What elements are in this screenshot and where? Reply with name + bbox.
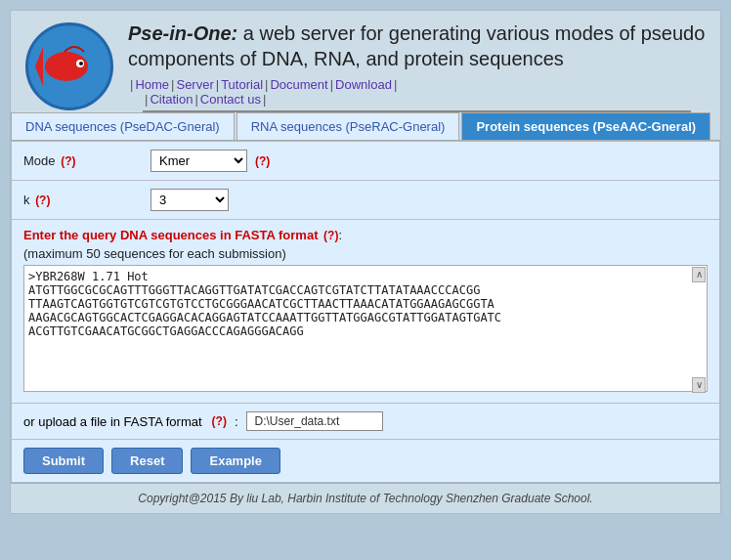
nav-row2: | Citation | Contact us | [143,92,691,112]
k-control: 1 2 3 4 5 [150,189,229,211]
nav-download[interactable]: Download [335,77,392,92]
mode-row: Mode (?) Kmer PseKNC PCPseDNC SCPseTNC (… [12,142,719,181]
upload-label: or upload a file in FASTA format [23,414,202,429]
footer: Copyright@2015 By liu Lab, Harbin Instit… [11,483,720,513]
mode-control: Kmer PseKNC PCPseDNC SCPseTNC (?) [150,150,270,172]
reset-button[interactable]: Reset [111,448,183,474]
buttons-row: Submit Reset Example [12,440,719,482]
fasta-input[interactable]: >YBR268W 1.71 Hot ATGTTGGCGCGCAGTTTGGGTT… [23,265,708,392]
footer-text: Copyright@2015 By liu Lab, Harbin Instit… [138,492,592,505]
upload-row: or upload a file in FASTA format (?): D:… [12,404,719,440]
k-label: k (?) [23,193,141,207]
fasta-help[interactable]: (?) [323,229,338,242]
nav-tutorial[interactable]: Tutorial [221,77,263,92]
page-title: Pse-in-One: a web server for generating … [128,21,706,71]
k-select[interactable]: 1 2 3 4 5 [150,189,229,211]
example-button[interactable]: Example [191,448,280,474]
fasta-section: Enter the query DNA sequences in FASTA f… [12,220,719,404]
mode-label: Mode (?) [23,153,141,168]
svg-point-3 [79,62,83,65]
nav-home[interactable]: Home [135,77,169,92]
submit-button[interactable]: Submit [23,448,104,474]
k-row: k (?) 1 2 3 4 5 [12,181,719,220]
fish-icon [35,37,104,96]
tab-bar: DNA sequences (PseDAC-Gneral) RNA sequen… [11,112,720,141]
k-help[interactable]: (?) [35,194,50,207]
tab-dna[interactable]: DNA sequences (PseDAC-Gneral) [11,112,235,140]
file-input-display[interactable]: D:\User_data.txt [246,411,383,431]
mode-help[interactable]: (?) [61,154,75,168]
mode-select[interactable]: Kmer PseKNC PCPseDNC SCPseTNC [150,150,247,172]
tab-rna[interactable]: RNA sequences (PseRAC-Gneral) [236,112,460,140]
nav-contact[interactable]: Contact us [200,92,261,107]
nav-document[interactable]: Document [270,77,327,92]
content-area: Mode (?) Kmer PseKNC PCPseDNC SCPseTNC (… [11,141,720,483]
nav-citation[interactable]: Citation [150,92,193,107]
mode-select-help[interactable]: (?) [255,154,270,168]
tab-protein[interactable]: Protein sequences (PseAAC-Gneral) [461,112,710,140]
svg-marker-1 [35,47,43,86]
nav-links: | Home | Server | Tutorial | Document | … [128,77,706,92]
fasta-wrap: >YBR268W 1.71 Hot ATGTTGGCGCGCAGTTTGGGTT… [23,265,708,395]
fasta-label: Enter the query DNA sequences in FASTA f… [23,228,708,242]
upload-help[interactable]: (?) [212,414,227,428]
fasta-label2: (maximum 50 sequences for each submissio… [23,246,708,261]
logo [25,22,113,110]
nav-server[interactable]: Server [176,77,213,92]
header-text: Pse-in-One: a web server for generating … [128,21,706,112]
